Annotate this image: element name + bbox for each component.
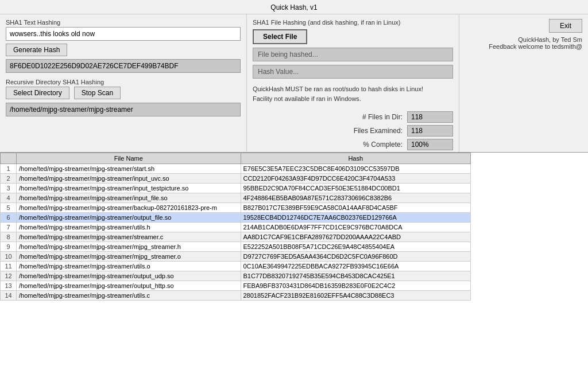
row-hash: B827B017C7E389BF59E9CA58C0A14AAF8D4CA5BF <box>241 203 471 213</box>
files-examined-value: 118 <box>407 125 453 137</box>
table-row[interactable]: 5 /home/ted/mjpg-streamer/mjpg-streamer/… <box>1 203 471 213</box>
row-filename: /home/ted/mjpg-streamer/mjpg-streamer/in… <box>17 184 241 193</box>
row-hash: 95BBED2C9DA70F84CCAD3EF50E3E51884DC00BD1 <box>241 184 471 193</box>
row-hash: D9727C769F3ED5A5AA4364CD6D2C5FC0A96F860D <box>241 252 471 262</box>
row-filename: /home/ted/mjpg-streamer/mjpg-streamer/ut… <box>17 291 241 301</box>
sha1-text-label: SHA1 Text Hashing <box>6 19 241 26</box>
row-filename: /home/ted/mjpg-streamer/mjpg-streamer/ut… <box>17 223 241 232</box>
row-num: 2 <box>1 174 17 184</box>
row-num: 9 <box>1 242 17 252</box>
row-num: 13 <box>1 281 17 291</box>
exit-button[interactable]: Exit <box>549 19 582 33</box>
row-hash: 0C10AE3649947225EDBBACA9272FB93945C16E66… <box>241 262 471 271</box>
info-text: QuickHash MUST be ran as root/sudo to ha… <box>253 84 453 103</box>
row-filename: /home/ted/mjpg-streamer/mjpg-streamer/ut… <box>17 262 241 271</box>
sha1-text-section: SHA1 Text Hashing Generate Hash 8F6DE0D1… <box>6 19 241 73</box>
table-row[interactable]: 4 /home/ted/mjpg-streamer/mjpg-streamer/… <box>1 193 471 203</box>
row-num: 12 <box>1 271 17 281</box>
results-table: File Name Hash 1 /home/ted/mjpg-streamer… <box>0 153 471 301</box>
row-hash: CCD2120F04263A93F4D97DCC6E420C3F4704A533 <box>241 174 471 184</box>
recursive-dir-label: Recursive Directory SHA1 Hashing <box>6 79 241 85</box>
app-title: Quick Hash, v1 <box>270 3 317 11</box>
row-filename: /home/ted/mjpg-streamer/mjpg-streamer/ou… <box>17 213 241 223</box>
credit-text: QuickHash, by Ted Sm Feedback welcome to… <box>489 36 582 50</box>
row-hash: 214AB1CADB0E6DA9F7FF7CD1CE9C976BC70A8DCA <box>241 223 471 232</box>
stats-section: # Files in Dir: 118 Files Examined: 118 … <box>253 111 453 150</box>
results-table-container[interactable]: File Name Hash 1 /home/ted/mjpg-streamer… <box>0 152 588 366</box>
row-filename: /home/ted/mjpg-streamer/mjpg-streamer/ou… <box>17 281 241 291</box>
table-row[interactable]: 3 /home/ted/mjpg-streamer/mjpg-streamer/… <box>1 184 471 193</box>
file-being-hashed-status: File being hashed... <box>253 48 453 61</box>
table-row[interactable]: 14 /home/ted/mjpg-streamer/mjpg-streamer… <box>1 291 471 301</box>
row-num: 6 <box>1 213 17 223</box>
files-in-dir-label: # Files in Dir: <box>253 113 403 121</box>
row-num: 3 <box>1 184 17 193</box>
row-num: 14 <box>1 291 17 301</box>
directory-path: /home/ted/mjpg-streamer/mjpg-streamer <box>6 103 241 116</box>
row-num: 11 <box>1 262 17 271</box>
row-hash: AA8D1C7CAF9E1CBFA2897627DD200AAAA22C4ABD <box>241 232 471 242</box>
files-in-dir-value: 118 <box>407 111 453 123</box>
row-num: 8 <box>1 232 17 242</box>
row-hash: 4F248864EB5BAB09A87E571C283730696C8382B6 <box>241 193 471 203</box>
table-row[interactable]: 2 /home/ted/mjpg-streamer/mjpg-streamer/… <box>1 174 471 184</box>
table-row[interactable]: 1 /home/ted/mjpg-streamer/mjpg-streamer/… <box>1 164 471 174</box>
select-directory-button[interactable]: Select Directory <box>6 87 69 99</box>
row-hash: 2801852FACF231B92E81602EFF5A4C88C3D88EC3 <box>241 291 471 301</box>
col-header-hash: Hash <box>241 153 471 164</box>
table-row[interactable]: 10 /home/ted/mjpg-streamer/mjpg-streamer… <box>1 252 471 262</box>
table-row[interactable]: 12 /home/ted/mjpg-streamer/mjpg-streamer… <box>1 271 471 281</box>
row-filename: /home/ted/mjpg-streamer/mjpg-streamer/ba… <box>17 203 241 213</box>
row-filename: /home/ted/mjpg-streamer/mjpg-streamer/in… <box>17 174 241 184</box>
table-row[interactable]: 11 /home/ted/mjpg-streamer/mjpg-streamer… <box>1 262 471 271</box>
row-filename: /home/ted/mjpg-streamer/mjpg-streamer/mj… <box>17 252 241 262</box>
row-filename: /home/ted/mjpg-streamer/mjpg-streamer/ou… <box>17 271 241 281</box>
row-num: 1 <box>1 164 17 174</box>
table-row[interactable]: 13 /home/ted/mjpg-streamer/mjpg-streamer… <box>1 281 471 291</box>
row-filename: /home/ted/mjpg-streamer/mjpg-streamer/st… <box>17 232 241 242</box>
stop-scan-button[interactable]: Stop Scan <box>74 87 121 99</box>
row-num: 5 <box>1 203 17 213</box>
row-hash: FEBA9BFB3703431D864DB16359B283E0F0E2C4C2 <box>241 281 471 291</box>
recursive-dir-section: Recursive Directory SHA1 Hashing Select … <box>6 79 241 116</box>
hash-value-status: Hash Value... <box>253 65 453 79</box>
pct-complete-value: 100% <box>407 139 453 150</box>
select-file-button[interactable]: Select File <box>253 29 307 44</box>
row-num: 4 <box>1 193 17 203</box>
row-num: 7 <box>1 223 17 232</box>
file-hashing-label: SHA1 File Hashing (and disk hashing, if … <box>253 19 453 26</box>
row-hash: E76E5C3E5A7EEC23C5DBC8E406D3109CC53597DB <box>241 164 471 174</box>
row-filename: /home/ted/mjpg-streamer/mjpg-streamer/in… <box>17 193 241 203</box>
table-row[interactable]: 9 /home/ted/mjpg-streamer/mjpg-streamer/… <box>1 242 471 252</box>
files-examined-label: Files Examined: <box>253 127 403 135</box>
table-row[interactable]: 8 /home/ted/mjpg-streamer/mjpg-streamer/… <box>1 232 471 242</box>
table-row[interactable]: 7 /home/ted/mjpg-streamer/mjpg-streamer/… <box>1 223 471 232</box>
row-filename: /home/ted/mjpg-streamer/mjpg-streamer/mj… <box>17 242 241 252</box>
row-hash: 19528ECB4DD12746DC7E7AA6CB02376ED129766A <box>241 213 471 223</box>
table-row[interactable]: 6 /home/ted/mjpg-streamer/mjpg-streamer/… <box>1 213 471 223</box>
row-filename: /home/ted/mjpg-streamer/mjpg-streamer/st… <box>17 164 241 174</box>
col-header-num <box>1 153 17 164</box>
generate-hash-button[interactable]: Generate Hash <box>6 44 67 56</box>
title-bar: Quick Hash, v1 <box>0 0 588 14</box>
row-hash: B1C77DB83207192745B35E594CB453D8CAC425E1 <box>241 271 471 281</box>
sha1-hash-output: 8F6DE0D1022E256D9D02AE726CE7DEF499B74BDF <box>6 59 241 73</box>
row-num: 10 <box>1 252 17 262</box>
pct-complete-label: % Complete: <box>253 141 403 149</box>
sha1-text-input[interactable] <box>6 27 241 41</box>
row-hash: E522252A501BB08F5A71CDC26E9A48C4855404EA <box>241 242 471 252</box>
col-header-filename: File Name <box>17 153 241 164</box>
